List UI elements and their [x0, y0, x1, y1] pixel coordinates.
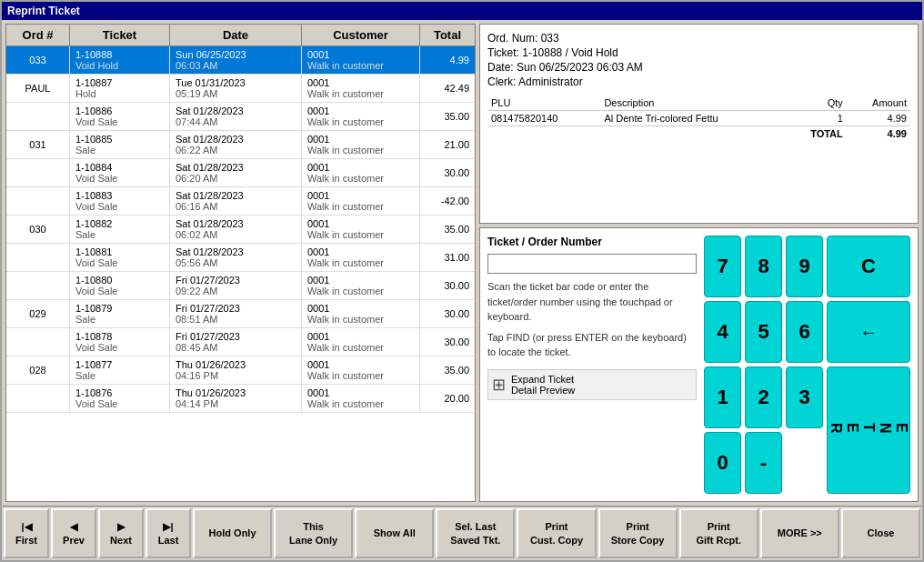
cell-total: 4.99 — [420, 46, 475, 74]
table-row[interactable]: PAUL 1-10887 Hold Tue 01/31/2023 05:19 A… — [6, 75, 475, 103]
main-content: Ord # Ticket Date Customer Total 033 1-1… — [2, 20, 922, 506]
dash-button[interactable]: - — [745, 432, 782, 494]
ticket-label: Ticket: — [487, 46, 519, 59]
table-row[interactable]: 1-10886 Void Sale Sat 01/28/2023 07:44 A… — [6, 103, 475, 131]
scan-instructions: Scan the ticket bar code or enter the ti… — [487, 279, 697, 325]
date-label: Date: — [487, 61, 514, 74]
cell-total: 21.00 — [420, 131, 475, 158]
cell-total: 30.00 — [420, 272, 475, 299]
show-all-label: Show All — [374, 527, 416, 539]
main-window: Reprint Ticket Ord # Ticket Date Custome… — [0, 0, 924, 562]
cell-ticket: 1-10877 Sale — [70, 356, 170, 384]
cell-date: Sat 01/28/2023 05:56 AM — [170, 244, 302, 271]
first-button[interactable]: |◀ First — [4, 508, 49, 558]
expand-ticket-label: Expand TicketDetail Preview — [511, 374, 575, 396]
cell-ticket: 1-10885 Sale — [70, 131, 170, 158]
expand-icon: ⊞ — [492, 375, 506, 395]
cell-total: 35.00 — [420, 216, 475, 243]
last-button[interactable]: ▶| Last — [146, 508, 191, 558]
date-line: Date: Sun 06/25/2023 06:03 AM — [487, 61, 910, 74]
cell-date: Fri 01/27/2023 09:22 AM — [170, 272, 302, 299]
print-gift-button[interactable]: PrintGift Rcpt. — [679, 508, 758, 558]
cell-ord: 033 — [6, 46, 70, 74]
clear-button[interactable]: C — [827, 236, 910, 297]
num-9-button[interactable]: 9 — [786, 236, 823, 297]
num-6-button[interactable]: 6 — [786, 301, 823, 363]
close-button[interactable]: Close — [841, 508, 920, 558]
enter-button[interactable]: ENTER — [827, 366, 910, 494]
num-8-button[interactable]: 8 — [745, 236, 782, 297]
cell-total: 31.00 — [420, 244, 475, 271]
ord-num-line: Ord. Num: 033 — [487, 32, 910, 45]
table-row[interactable]: 1-10883 Void Sale Sat 01/28/2023 06:16 A… — [6, 187, 475, 216]
num-1-button[interactable]: 1 — [704, 366, 741, 428]
table-row[interactable]: 031 1-10885 Sale Sat 01/28/2023 06:22 AM… — [6, 131, 475, 159]
print-cust-button[interactable]: PrintCust. Copy — [517, 508, 596, 558]
cell-date: Sat 01/28/2023 06:02 AM — [170, 216, 302, 243]
num-3-button[interactable]: 3 — [786, 366, 823, 428]
plu-col-header: PLU — [487, 95, 600, 111]
table-row[interactable]: 1-10884 Void Sale Sat 01/28/2023 06:20 A… — [6, 159, 475, 187]
qty-col-header: Qty — [786, 95, 847, 111]
next-button[interactable]: ▶ Next — [98, 508, 144, 558]
prev-button[interactable]: ◀ Prev — [51, 508, 96, 558]
table-row[interactable]: 030 1-10882 Sale Sat 01/28/2023 06:02 AM… — [6, 216, 475, 244]
num-0-button[interactable]: 0 — [704, 432, 741, 494]
print-gift-label: PrintGift Rcpt. — [696, 520, 741, 547]
date-value: Sun 06/25/2023 06:03 AM — [517, 61, 643, 74]
cell-ord: 031 — [6, 131, 70, 158]
sel-last-button[interactable]: Sel. LastSaved Tkt. — [436, 508, 515, 558]
cell-date: Fri 01/27/2023 08:45 AM — [170, 328, 302, 356]
table-row[interactable]: 028 1-10877 Sale Thu 01/26/2023 04:16 PM… — [6, 356, 475, 385]
more-button[interactable]: MORE >> — [760, 508, 839, 558]
this-lane-button[interactable]: ThisLane Only — [274, 508, 353, 558]
cell-customer: 0001 Walk in customer — [302, 272, 420, 299]
num-2-button[interactable]: 2 — [745, 366, 782, 428]
item-qty: 1 — [786, 111, 847, 126]
num-7-button[interactable]: 7 — [704, 236, 741, 297]
expand-ticket-button[interactable]: ⊞ Expand TicketDetail Preview — [487, 369, 697, 400]
cell-ticket: 1-10883 Void Sale — [70, 187, 170, 215]
ticket-line: Ticket: 1-10888 / Void Hold — [487, 46, 910, 59]
cell-date: Fri 01/27/2023 08:51 AM — [170, 300, 302, 327]
cell-customer: 0001 Walk in customer — [302, 300, 420, 327]
last-label: Last — [158, 534, 179, 547]
table-row[interactable]: 1-10876 Void Sale Thu 01/26/2023 04:14 P… — [6, 385, 475, 413]
print-store-button[interactable]: PrintStore Copy — [598, 508, 678, 558]
numpad: 7 8 9 C 4 5 6 ← 1 2 3 ENTER 0 - — [704, 236, 910, 494]
table-row[interactable]: 029 1-10879 Sale Fri 01/27/2023 08:51 AM… — [6, 300, 475, 328]
this-lane-label: ThisLane Only — [289, 520, 337, 547]
total-row: TOTAL 4.99 — [487, 126, 910, 142]
right-panel: Ord. Num: 033 Ticket: 1-10888 / Void Hol… — [479, 24, 919, 502]
cell-ticket: 1-10879 Sale — [70, 300, 170, 327]
tap-instructions: Tap FIND (or press ENTER on the keyboard… — [487, 330, 697, 360]
table-row[interactable]: 1-10878 Void Sale Fri 01/27/2023 08:45 A… — [6, 328, 475, 356]
table-row[interactable]: 1-10881 Void Sale Sat 01/28/2023 05:56 A… — [6, 244, 475, 272]
col-header-total: Total — [420, 25, 475, 45]
backspace-button[interactable]: ← — [827, 301, 910, 363]
print-store-label: PrintStore Copy — [611, 520, 665, 547]
hold-only-button[interactable]: Hold Only — [193, 508, 272, 558]
cell-date: Sat 01/28/2023 07:44 AM — [170, 103, 302, 130]
cell-ticket: 1-10887 Hold — [70, 75, 170, 102]
cell-ord — [6, 244, 70, 271]
cell-ticket: 1-10880 Void Sale — [70, 272, 170, 299]
cell-ticket: 1-10886 Void Sale — [70, 103, 170, 130]
show-all-button[interactable]: Show All — [355, 508, 434, 558]
prev-icon: ◀ — [70, 520, 77, 533]
num-4-button[interactable]: 4 — [704, 301, 741, 363]
cell-ord: 030 — [6, 216, 70, 243]
cell-customer: 0001 Walk in customer — [302, 356, 420, 384]
num-5-button[interactable]: 5 — [745, 301, 782, 363]
cell-date: Sat 01/28/2023 06:16 AM — [170, 187, 302, 215]
table-row[interactable]: 1-10880 Void Sale Fri 01/27/2023 09:22 A… — [6, 272, 475, 300]
cell-ord — [6, 272, 70, 299]
cell-ord: PAUL — [6, 75, 70, 102]
ticket-order-input[interactable] — [487, 254, 697, 274]
sel-last-label: Sel. LastSaved Tkt. — [450, 520, 500, 547]
table-row[interactable]: 033 1-10888 Void Hold Sun 06/25/2023 06:… — [6, 46, 475, 75]
clerk-value: Administrator — [518, 75, 583, 88]
first-icon: |◀ — [21, 520, 31, 533]
next-label: Next — [110, 534, 132, 547]
detail-item-row: 081475820140 Al Dente Tri-colored Fettu … — [487, 111, 910, 126]
